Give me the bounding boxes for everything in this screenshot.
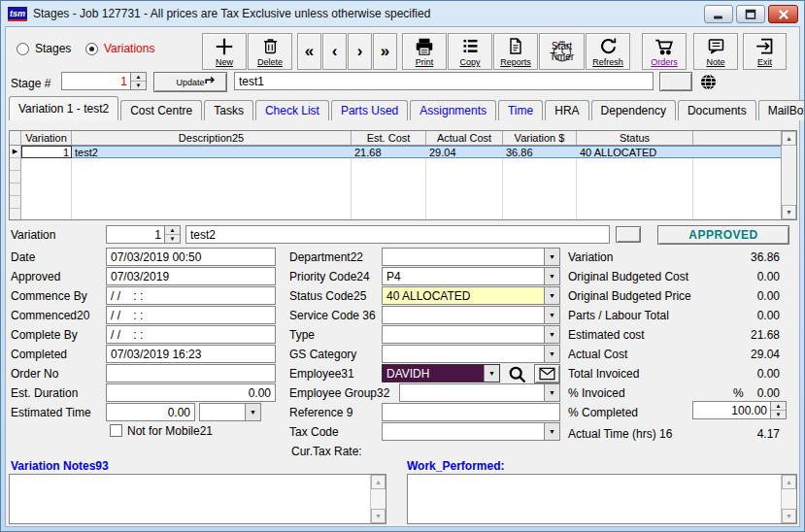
tab-hra[interactable]: HRA <box>545 100 588 120</box>
work-performed-textarea[interactable]: ▲ ▼ <box>407 474 797 524</box>
grid-header-actual-cost[interactable]: Actual Cost <box>426 131 503 145</box>
estimated-time-field[interactable]: 0.00 <box>106 403 195 421</box>
priority-code-select[interactable]: P4▼ <box>382 267 560 285</box>
stage-number-stepper[interactable]: 1 ▲▼ <box>61 72 147 90</box>
pct-completed-stepper[interactable]: 100.00 ▲▼ <box>692 401 787 419</box>
date-field[interactable]: 07/03/2019 00:50 <box>106 248 276 266</box>
commence-by-field[interactable]: / / : : <box>106 286 276 305</box>
nav-next-button[interactable]: › <box>348 33 372 70</box>
spin-down-icon[interactable]: ▼ <box>165 235 180 243</box>
grid-cell-variation[interactable]: 1 <box>21 146 72 158</box>
note-button[interactable]: Note <box>693 33 738 70</box>
variation-extra-button[interactable] <box>616 226 641 243</box>
tax-code-select[interactable]: ▼ <box>382 422 560 441</box>
stages-radio[interactable]: Stages <box>17 42 71 55</box>
variation-number-stepper[interactable]: 1 ▲▼ <box>106 225 181 244</box>
stage-extra-button[interactable] <box>659 72 692 91</box>
spin-up-icon[interactable]: ▲ <box>131 73 146 82</box>
order-no-field[interactable] <box>106 364 276 382</box>
grid-cell-variation-amount[interactable]: 36.86 <box>503 146 577 158</box>
not-for-mobile-checkbox[interactable] <box>110 424 122 437</box>
grid-row-selected[interactable]: ▶ 1 test2 21.68 29.04 36.86 40 ALLOCATED <box>10 146 781 158</box>
globe-icon[interactable] <box>697 71 719 92</box>
completed-field[interactable]: 07/03/2019 16:23 <box>106 345 276 363</box>
tab-assignments[interactable]: Assignments <box>410 100 496 120</box>
tab-dependency[interactable]: Dependency <box>591 100 676 120</box>
scrollbar-down-icon[interactable]: ▼ <box>782 205 796 219</box>
orders-button[interactable]: Orders <box>642 33 687 70</box>
grid-header-variation-amount[interactable]: Variation $ <box>503 131 577 145</box>
summary-actual-time-value: 4.17 <box>644 427 780 441</box>
variation-notes-textarea[interactable]: ▲ ▼ <box>9 474 386 524</box>
nav-prev-button[interactable]: ‹ <box>322 33 347 70</box>
grid-empty-row[interactable] <box>10 171 781 183</box>
variations-radio[interactable]: Variations <box>85 42 154 55</box>
variation-name-input[interactable]: test2 <box>185 225 610 244</box>
tab-mailbox[interactable]: MailBox <box>758 100 805 120</box>
exit-button[interactable]: Exit <box>743 33 787 70</box>
grid-empty-row[interactable] <box>10 196 781 209</box>
commenced-field[interactable]: / / : : <box>106 306 276 324</box>
tab-time[interactable]: Time <box>498 100 543 120</box>
reports-button[interactable]: Reports <box>493 33 538 70</box>
tab-tasks[interactable]: Tasks <box>204 100 253 120</box>
close-icon <box>778 9 789 20</box>
grid-header-variation[interactable]: Variation <box>21 131 72 145</box>
service-code-select[interactable]: ▼ <box>382 306 560 324</box>
employee-select[interactable]: DAVIDH▼ <box>382 364 500 382</box>
tab-check-list[interactable]: Check List <box>255 100 329 120</box>
new-button[interactable]: New <box>202 33 247 70</box>
update-button[interactable]: Update <box>153 72 227 92</box>
tab-variation-1[interactable]: Variation 1 - test2 <box>9 96 118 120</box>
employee-group-select[interactable]: ▼ <box>399 383 560 402</box>
grid-cell-description[interactable]: test2 <box>72 146 352 158</box>
grid-header-status[interactable]: Status <box>577 131 693 145</box>
spin-up-icon[interactable]: ▲ <box>771 402 786 411</box>
minimize-button[interactable] <box>704 5 733 23</box>
approved-button[interactable]: APPROVED <box>657 225 789 245</box>
est-duration-field[interactable]: 0.00 <box>106 383 276 402</box>
search-icon[interactable] <box>505 362 529 385</box>
tab-documents[interactable]: Documents <box>678 100 756 120</box>
gs-category-select[interactable]: ▼ <box>382 345 560 363</box>
print-button[interactable]: Print <box>402 33 447 70</box>
estimated-time-unit-select[interactable]: ▼ <box>199 403 261 421</box>
notes-scrollbar[interactable]: ▲ ▼ <box>370 475 386 523</box>
status-code-select[interactable]: 40 ALLOCATED▼ <box>382 286 560 305</box>
close-button[interactable] <box>768 5 798 23</box>
grid-header-description[interactable]: Description25 <box>72 131 352 145</box>
scrollbar-up-icon[interactable]: ▲ <box>782 475 796 489</box>
copy-button[interactable]: Copy <box>448 33 492 70</box>
spin-down-icon[interactable]: ▼ <box>131 82 146 89</box>
reference-field[interactable] <box>382 403 560 421</box>
grid-empty-row[interactable] <box>10 183 781 196</box>
grid-cell-actual-cost[interactable]: 29.04 <box>426 146 503 158</box>
maximize-button[interactable] <box>736 5 765 23</box>
start-timer-button[interactable]: Start Timer <box>539 33 585 70</box>
grid-scrollbar[interactable]: ▲ ▼ <box>781 131 796 219</box>
department-select[interactable]: ▼ <box>382 248 560 266</box>
approved-field[interactable]: 07/03/2019 <box>106 267 276 285</box>
grid-cell-est-cost[interactable]: 21.68 <box>352 146 426 158</box>
nav-last-button[interactable]: » <box>373 33 397 70</box>
scrollbar-up-icon[interactable]: ▲ <box>371 475 386 489</box>
nav-first-button[interactable]: « <box>297 33 321 70</box>
spin-up-icon[interactable]: ▲ <box>165 226 180 235</box>
refresh-button[interactable]: Refresh <box>586 33 630 70</box>
grid-header-est-cost[interactable]: Est. Cost <box>352 131 426 145</box>
tab-cost-centre[interactable]: Cost Centre <box>120 100 202 120</box>
grid-cell-status[interactable]: 40 ALLOCATED <box>577 146 693 158</box>
scrollbar-up-icon[interactable]: ▲ <box>782 131 796 146</box>
tab-parts-used[interactable]: Parts Used <box>331 100 408 120</box>
complete-by-field[interactable]: / / : : <box>106 325 276 344</box>
grid-empty-row[interactable] <box>10 209 781 219</box>
spin-down-icon[interactable]: ▼ <box>771 411 786 418</box>
email-button[interactable] <box>534 364 560 383</box>
stage-name-input[interactable]: test1 <box>234 72 654 90</box>
scrollbar-down-icon[interactable]: ▼ <box>371 509 386 523</box>
delete-button[interactable]: Delete <box>248 33 292 70</box>
notes-scrollbar[interactable]: ▲ ▼ <box>781 475 796 523</box>
grid-empty-row[interactable] <box>10 158 781 171</box>
type-select[interactable]: ▼ <box>382 325 560 344</box>
scrollbar-down-icon[interactable]: ▼ <box>782 509 796 523</box>
